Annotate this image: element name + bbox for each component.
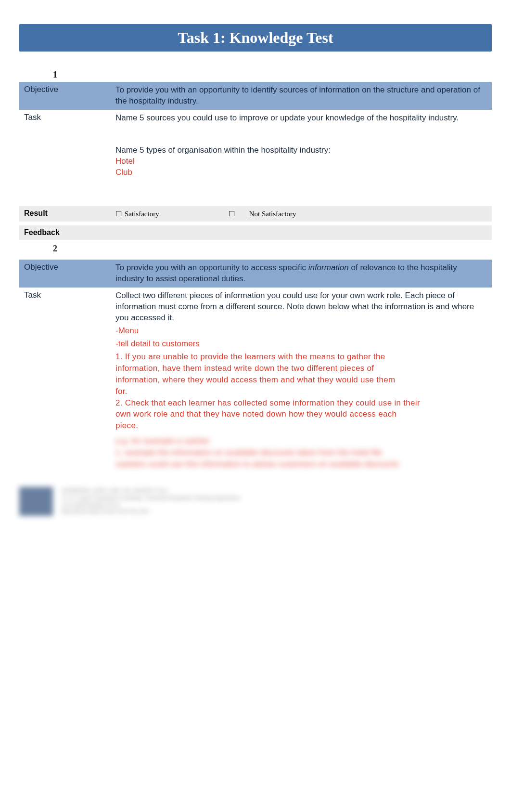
answer-tell-detail: -tell detail to customers [115, 339, 487, 350]
answer-menu: -Menu [115, 326, 487, 337]
page-footer: SITHIND002_AHTS_ABC_NZ_485309217.docx V1… [19, 487, 492, 516]
objective-text: To provide you with an opportunity to id… [111, 82, 492, 110]
task-label: Task [19, 110, 111, 125]
task-question-2: Name 5 types of organisation within the … [115, 145, 487, 156]
footer-line: www.aspiretraining.com.au [62, 501, 240, 508]
checkbox-satisfactory-icon[interactable]: ☐ [115, 209, 122, 219]
feedback-label: Feedback [19, 225, 111, 240]
section-1-task-row: Task Name 5 sources you could use to imp… [19, 110, 492, 202]
answer-club: Club [115, 167, 487, 178]
blurred-line: cashiers could use this information to a… [115, 458, 487, 470]
blurred-line: 1. example the information on available … [115, 447, 487, 458]
objective-label-2: Objective [19, 260, 111, 275]
objective-italic: information [308, 263, 349, 272]
blurred-line: e.g. for example a cashier [115, 435, 487, 447]
result-label: Result [19, 206, 111, 221]
task-label-2: Task [19, 288, 111, 303]
task-question-1: Name 5 sources you could use to improve … [115, 113, 487, 124]
section-2-objective-row: Objective To provide you with an opportu… [19, 260, 492, 288]
section-1-feedback-row: Feedback [19, 225, 492, 240]
blurred-example-block: e.g. for example a cashier 1. example th… [115, 435, 487, 470]
answer-hotel: Hotel [115, 156, 487, 167]
red-line: information, where they would access the… [115, 374, 487, 386]
footer-line: Reproduced under licence ACN 054 306 ··· [62, 508, 240, 514]
red-line: 2. Check that each learner has collected… [115, 397, 487, 409]
section-1-objective-row: Objective To provide you with an opportu… [19, 82, 492, 110]
footer-line: V1.0 © Aspire Training & Consulting · Au… [62, 494, 240, 501]
red-line: piece. [115, 420, 487, 432]
section-1-number: 1 [19, 66, 492, 82]
task-text-2: Collect two different pieces of informat… [115, 290, 487, 324]
objective-text-2: To provide you with an opportunity to ac… [111, 260, 492, 288]
section-1-result-row: Result ☐ Satisfactory ☐ Not Satisfactory [19, 206, 492, 222]
red-instruction-block: 1. If you are unable to provide the lear… [115, 351, 487, 432]
not-satisfactory-label: Not Satisfactory [249, 209, 296, 219]
footer-page-box [19, 487, 53, 516]
red-line: 1. If you are unable to provide the lear… [115, 351, 487, 363]
page-title: Task 1: Knowledge Test [178, 29, 333, 46]
objective-label: Objective [19, 82, 111, 97]
satisfactory-label: Satisfactory [125, 209, 159, 219]
checkbox-not-satisfactory-icon[interactable]: ☐ [229, 209, 235, 219]
title-banner: Task 1: Knowledge Test [19, 24, 492, 52]
red-line: for. [115, 386, 487, 397]
section-2-task-row: Task Collect two different pieces of inf… [19, 288, 492, 473]
footer-line: SITHIND002_AHTS_ABC_NZ_485309217.docx [62, 487, 240, 494]
section-2-number: 2 [19, 240, 492, 256]
red-line: own work role and that they have noted d… [115, 408, 487, 420]
red-line: information, have them instead write dow… [115, 363, 487, 374]
objective-pre: To provide you with an opportunity to ac… [115, 263, 308, 272]
footer-text: SITHIND002_AHTS_ABC_NZ_485309217.docx V1… [62, 487, 240, 514]
